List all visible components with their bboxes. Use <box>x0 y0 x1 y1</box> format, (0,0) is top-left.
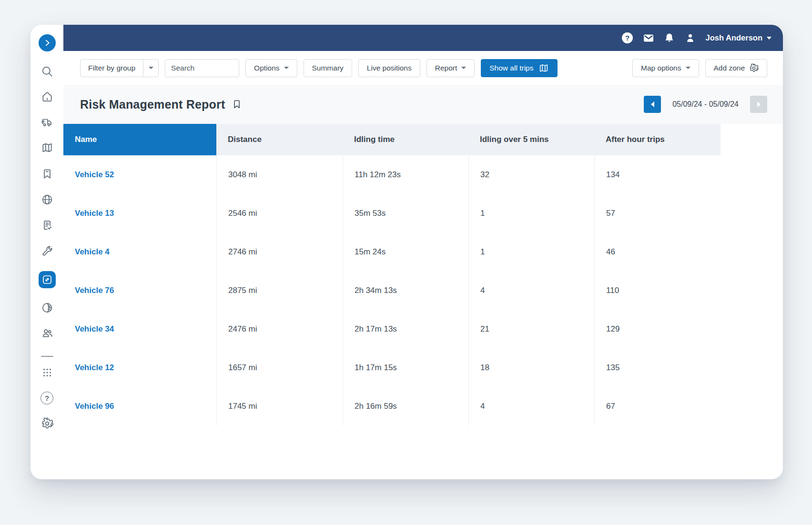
chevron-down-icon <box>461 67 466 69</box>
bell-icon <box>664 32 675 43</box>
cell-after-hour-trips: 135 <box>594 348 721 387</box>
cell-idling-over-5: 1 <box>468 194 594 232</box>
sidebar-item-reports[interactable] <box>39 217 56 234</box>
table-row: Vehicle 13 2546 mi 35m 53s 1 57 <box>63 194 721 232</box>
route-arrows-icon <box>41 274 53 285</box>
add-zone-label: Add zone <box>714 64 745 72</box>
vehicle-link[interactable]: Vehicle 13 <box>63 194 216 232</box>
column-header-distance[interactable]: Distance <box>216 124 343 155</box>
wrench-icon <box>41 245 53 258</box>
cell-idling-over-5: 21 <box>468 310 594 348</box>
show-all-trips-button[interactable]: Show all trips <box>481 59 558 77</box>
table-header-row: Name Distance Idling time Idling over 5 … <box>63 124 721 155</box>
sidebar-item-places[interactable] <box>39 165 56 182</box>
vehicle-link[interactable]: Vehicle 34 <box>63 310 216 348</box>
vehicle-link[interactable]: Vehicle 96 <box>63 387 216 425</box>
chevron-down-icon <box>686 67 690 69</box>
cell-distance: 1657 mi <box>216 348 343 387</box>
column-header-name[interactable]: Name <box>63 124 216 155</box>
cell-idling-time: 2h 17m 13s <box>343 310 468 348</box>
sidebar-item-help[interactable]: ? <box>39 389 56 406</box>
table-row: Vehicle 12 1657 mi 1h 17m 15s 18 135 <box>63 348 721 387</box>
sidebar-item-eco[interactable] <box>39 299 56 316</box>
cell-idling-time: 11h 12m 23s <box>343 155 468 194</box>
notifications-button[interactable] <box>664 32 675 44</box>
vehicle-link[interactable]: Vehicle 12 <box>63 348 216 387</box>
vehicle-link[interactable]: Vehicle 4 <box>63 232 216 271</box>
sidebar-item-vehicles[interactable] <box>39 114 56 131</box>
toolbar-right-group: Map options Add zone <box>632 59 767 77</box>
sidebar-item-replay-selected[interactable] <box>39 271 56 288</box>
vehicle-link[interactable]: Vehicle 52 <box>63 155 216 194</box>
live-positions-button[interactable]: Live positions <box>358 59 420 77</box>
account-button[interactable] <box>685 32 696 44</box>
bookmark-icon[interactable] <box>232 99 242 110</box>
cell-idling-time: 35m 53s <box>343 194 468 232</box>
help-icon: ? <box>41 392 53 404</box>
sidebar-item-apps[interactable] <box>39 364 56 381</box>
toolbar: Filter by group Options Summary Live pos… <box>63 51 783 85</box>
sidebar-expand-button[interactable] <box>39 34 56 51</box>
cell-idling-over-5: 4 <box>468 387 594 425</box>
cell-idling-over-5: 32 <box>468 155 594 194</box>
sidebar-item-search[interactable] <box>39 63 56 80</box>
chevron-down-icon <box>149 67 153 69</box>
globe-icon <box>41 193 53 206</box>
previous-date-button[interactable] <box>644 96 661 113</box>
report-button[interactable]: Report <box>426 59 475 77</box>
cell-idling-time: 1h 17m 15s <box>343 348 468 387</box>
filter-by-group-dropdown[interactable] <box>143 60 158 77</box>
sidebar-item-settings[interactable] <box>39 415 56 432</box>
date-navigation: 05/09/24 - 05/09/24 <box>644 96 767 113</box>
search-input[interactable] <box>165 59 239 77</box>
options-button[interactable]: Options <box>245 59 297 77</box>
chevron-down-icon <box>767 37 771 40</box>
cell-after-hour-trips: 134 <box>594 155 721 194</box>
apps-grid-icon <box>41 366 53 379</box>
chevron-left-icon <box>651 101 654 107</box>
cell-distance: 2746 mi <box>216 232 343 271</box>
sidebar-divider <box>41 356 53 357</box>
page-title: Risk Management Report <box>80 98 225 111</box>
cell-distance: 1745 mi <box>216 387 343 425</box>
chevron-down-icon <box>284 67 289 69</box>
help-button[interactable]: ? <box>622 32 633 44</box>
cell-idling-over-5: 4 <box>468 271 594 310</box>
user-menu[interactable]: Josh Anderson <box>706 33 772 42</box>
sidebar-item-drivers[interactable] <box>39 324 56 342</box>
table-row: Vehicle 52 3048 mi 11h 12m 23s 32 134 <box>63 155 721 194</box>
filter-by-group-split-button: Filter by group <box>80 59 159 77</box>
summary-button[interactable]: Summary <box>304 59 352 77</box>
cell-idling-time: 2h 34m 13s <box>343 271 468 310</box>
gear-icon <box>749 63 759 73</box>
mail-button[interactable] <box>643 32 654 44</box>
column-header-idling-over-5[interactable]: Idling over 5 mins <box>468 124 594 155</box>
filter-by-group-button[interactable]: Filter by group <box>81 60 143 77</box>
report-check-icon <box>41 219 53 232</box>
main-window: ? ? Josh Anderson Filter by group Option… <box>30 25 783 479</box>
sidebar-item-home[interactable] <box>39 88 56 105</box>
title-band: Risk Management Report 05/09/24 - 05/09/… <box>63 85 783 124</box>
next-date-button-disabled[interactable] <box>750 96 767 113</box>
add-zone-button[interactable]: Add zone <box>705 59 768 77</box>
cell-distance: 2546 mi <box>216 194 343 232</box>
cell-idling-over-5: 1 <box>468 232 594 271</box>
map-options-label: Map options <box>641 64 681 72</box>
chevron-right-icon <box>757 101 761 107</box>
column-header-after-hour-trips[interactable]: After hour trips <box>594 124 721 155</box>
table-row: Vehicle 34 2476 mi 2h 17m 13s 21 129 <box>63 310 721 348</box>
sidebar-item-maintenance[interactable] <box>39 243 56 260</box>
column-header-idling-time[interactable]: Idling time <box>343 124 468 155</box>
user-icon <box>685 32 696 43</box>
sidebar-item-map[interactable] <box>39 139 56 156</box>
cell-distance: 3048 mi <box>216 155 343 194</box>
vehicle-link[interactable]: Vehicle 76 <box>63 271 216 310</box>
cell-distance: 2875 mi <box>216 271 343 310</box>
help-icon: ? <box>622 32 633 43</box>
table-row: Vehicle 4 2746 mi 15m 24s 1 46 <box>63 232 721 271</box>
date-range: 05/09/24 - 05/09/24 <box>672 100 739 109</box>
mail-icon <box>643 32 654 44</box>
table-row: Vehicle 96 1745 mi 2h 16m 59s 4 67 <box>63 387 721 425</box>
map-options-button[interactable]: Map options <box>632 59 699 77</box>
sidebar-item-web[interactable] <box>39 191 56 208</box>
